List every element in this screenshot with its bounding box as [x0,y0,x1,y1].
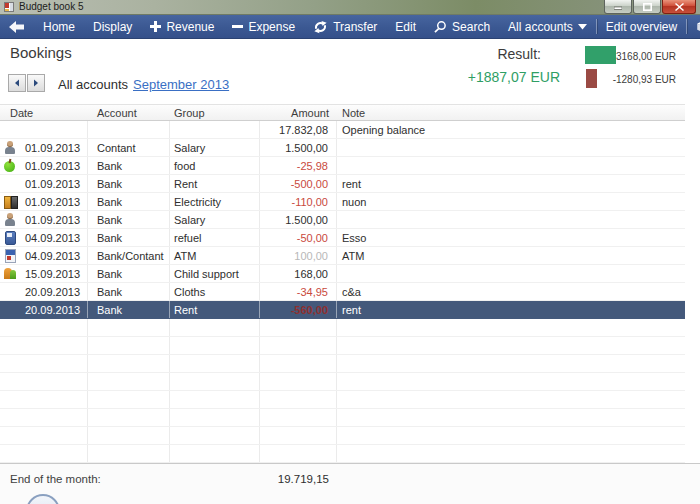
toolbar-item-expense[interactable]: Expense [223,15,304,38]
cell-note [337,319,685,336]
result-net-value: +1887,07 EUR [468,69,560,85]
toolbar-item-home[interactable]: Home [34,15,84,38]
cell-amount [260,355,337,372]
cell-note [337,409,685,426]
table-row[interactable]: 17.832,08Opening balance [0,121,685,139]
minimize-button[interactable] [604,0,632,14]
cell-note: Opening balance [337,121,685,138]
cell-account [88,355,170,372]
date-text: 20.09.2013 [25,286,80,298]
revenue-bar [585,46,616,64]
cell-account: Bank [88,301,170,318]
close-button[interactable] [662,0,696,14]
footer: End of the month: 19.719,15 [0,463,700,504]
back-arrow-icon [9,21,25,33]
toolbar-item-transfer[interactable]: Transfer [304,15,386,38]
edit-overview-label: Edit overview [606,20,677,34]
minimize-icon [614,3,622,10]
toolbar-item-display[interactable]: Display [84,15,141,38]
cell-group [170,427,260,444]
table-row[interactable]: 20.09.2013BankRent-560,00rent [0,301,685,319]
cell-date: 01.09.2013 [0,157,88,174]
cell-amount [260,445,337,462]
table-row[interactable]: 04.09.2013Bank/ContantATM100,00ATM [0,247,685,265]
arrow-left-icon [14,79,20,87]
empty-table-row[interactable] [0,373,685,391]
close-icon [675,3,684,11]
account-filter-label: All accounts [58,77,128,92]
column-header-account[interactable]: Account [88,107,170,119]
edit-label: Edit [395,20,416,34]
column-header-amount[interactable]: Amount [260,107,337,119]
table-row[interactable]: 01.09.2013BankRent-500,00rent [0,175,685,193]
cell-amount [260,427,337,444]
cell-date: 20.09.2013 [0,301,88,318]
toolbar-item-revenue[interactable]: Revenue [141,15,223,38]
cell-account [88,337,170,354]
apple-icon [3,159,17,172]
app-icon [4,2,14,12]
cell-note: rent [337,301,685,318]
cell-account: Contant [88,139,170,156]
toolbar-item-edit[interactable]: Edit [386,15,425,38]
back-button[interactable] [0,15,34,38]
previous-month-button[interactable] [8,74,26,92]
reports-button[interactable] [687,15,700,38]
display-label: Display [93,20,132,34]
cell-account [88,391,170,408]
table-row[interactable]: 01.09.2013BankSalary1.500,00 [0,211,685,229]
date-text: 01.09.2013 [25,142,80,154]
cell-note: Esso [337,229,685,246]
accounts-dropdown[interactable]: All accounts [499,15,596,38]
family-icon [3,267,17,280]
cell-account: Bank [88,157,170,174]
date-text: 01.09.2013 [25,214,80,226]
battery-icon [3,195,17,208]
cell-group [170,409,260,426]
column-header-note[interactable]: Note [337,107,685,119]
cell-amount [260,337,337,354]
table-row[interactable]: 04.09.2013Bankrefuel-50,00Esso [0,229,685,247]
column-header-group[interactable]: Group [170,107,260,119]
next-month-button[interactable] [27,74,45,92]
table-row[interactable]: 01.09.2013Bankfood-25,98 [0,157,685,175]
empty-table-row[interactable] [0,355,685,373]
date-text: 01.09.2013 [25,178,80,190]
cell-group [170,391,260,408]
column-header-date[interactable]: Date [0,107,88,119]
person-icon [3,141,17,154]
no-icon [3,123,17,136]
toolbar-item-search[interactable]: Search [425,15,499,38]
maximize-button[interactable] [633,0,661,14]
empty-table-row[interactable] [0,409,685,427]
cell-note [337,139,685,156]
cell-date: 04.09.2013 [0,247,88,264]
cell-account [88,427,170,444]
cell-date [0,337,88,354]
cell-date: 04.09.2013 [0,229,88,246]
table-row[interactable]: 01.09.2013BankElectricity-110,00nuon [0,193,685,211]
empty-table-row[interactable] [0,427,685,445]
no-icon [3,177,17,190]
date-text: 01.09.2013 [25,160,80,172]
accounts-dropdown-label: All accounts [508,20,573,34]
empty-table-row[interactable] [0,319,685,337]
cell-note [337,337,685,354]
cell-amount: -500,00 [260,175,337,192]
person-icon [3,213,17,226]
empty-table-row[interactable] [0,337,685,355]
empty-table-row[interactable] [0,391,685,409]
period-link[interactable]: September 2013 [133,77,229,92]
cell-date: 01.09.2013 [0,175,88,192]
empty-table-row[interactable] [0,445,685,463]
cell-group: Rent [170,175,260,192]
date-text: 15.09.2013 [25,268,80,280]
titlebar: Budget book 5 [0,0,700,15]
cell-date [0,319,88,336]
cell-group: Salary [170,139,260,156]
table-row[interactable]: 20.09.2013BankCloths-34,95c&a [0,283,685,301]
cell-group [170,121,260,138]
edit-overview-button[interactable]: Edit overview [597,15,686,38]
table-row[interactable]: 01.09.2013ContantSalary1.500,00 [0,139,685,157]
table-row[interactable]: 15.09.2013BankChild support168,00 [0,265,685,283]
